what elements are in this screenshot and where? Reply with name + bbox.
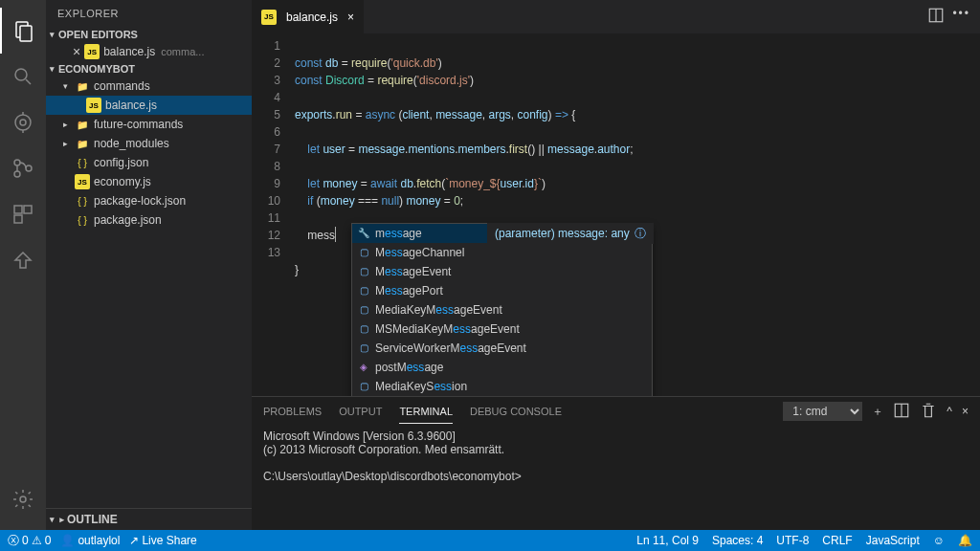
editor-area: JS balance.js × ••• 12345678910111213 co… [252, 0, 980, 530]
close-panel-icon[interactable]: × [962, 405, 969, 418]
trash-icon[interactable] [920, 402, 937, 422]
autocomplete-item[interactable]: ▢MessageEvent [352, 262, 652, 281]
svg-rect-12 [24, 206, 32, 213]
code-editor[interactable]: 12345678910111213 const db = require('qu… [252, 33, 980, 396]
autocomplete-item[interactable]: ▢MediaKeySession [352, 377, 652, 396]
svg-rect-11 [14, 206, 22, 213]
panel-tab-terminal[interactable]: TERMINAL [399, 400, 453, 424]
split-editor-icon[interactable] [927, 7, 945, 27]
new-terminal-icon[interactable]: ＋ [872, 404, 883, 420]
more-icon[interactable]: ••• [952, 7, 970, 27]
svg-point-8 [14, 160, 20, 165]
extensions-icon[interactable] [0, 191, 46, 237]
svg-point-2 [15, 69, 27, 80]
tab-bar: JS balance.js × ••• [252, 0, 980, 33]
status-language[interactable]: JavaScript [866, 534, 920, 547]
svg-point-9 [14, 171, 20, 177]
close-icon[interactable]: × [73, 44, 80, 59]
tree-item[interactable]: ▸📁node_modules [46, 134, 252, 153]
autocomplete-item[interactable]: ◈postMessage [352, 358, 652, 377]
autocomplete-item[interactable]: ▢MSMediaKeyMessageEvent [352, 320, 652, 339]
autocomplete-popup[interactable]: 🔧message▢MessageChannel▢MessageEvent▢Mes… [351, 223, 653, 396]
tree-item[interactable]: JSeconomy.js [46, 172, 252, 191]
svg-rect-13 [14, 215, 22, 223]
status-bell-icon[interactable]: 🔔 [958, 534, 972, 547]
search-icon[interactable] [0, 54, 46, 99]
file-tree: ▾📁commands JSbalance.js ▸📁future-command… [46, 77, 252, 230]
tab-close-icon[interactable]: × [347, 11, 354, 24]
maximize-icon[interactable]: ^ [947, 405, 952, 418]
outline-header[interactable]: ▾ OUTLINE [46, 509, 252, 530]
status-position[interactable]: Ln 11, Col 9 [636, 534, 699, 547]
status-spaces[interactable]: Spaces: 4 [712, 534, 763, 547]
settings-icon[interactable] [0, 476, 46, 522]
terminal-content[interactable]: Microsoft Windows [Version 6.3.9600] (c)… [252, 426, 980, 530]
open-editor-item[interactable]: × JS balance.js comma... [46, 42, 252, 61]
panel-tab-output[interactable]: OUTPUT [339, 400, 382, 423]
status-errors[interactable]: ⓧ 0 ⚠ 0 [8, 533, 51, 549]
js-icon: JS [84, 44, 100, 59]
tree-item[interactable]: { }config.json [46, 153, 252, 172]
sidebar-title: EXPLORER [46, 0, 252, 27]
status-liveshare[interactable]: ↗ Live Share [129, 534, 196, 547]
panel-tab-problems[interactable]: PROBLEMS [263, 400, 322, 423]
status-feedback-icon[interactable]: ☺ [933, 534, 945, 547]
panel-tab-debug-console[interactable]: DEBUG CONSOLE [470, 400, 562, 423]
workspace-header[interactable]: ECONOMYBOT [46, 61, 252, 77]
status-eol[interactable]: CRLF [822, 534, 852, 547]
terminal-panel: PROBLEMSOUTPUTTERMINALDEBUG CONSOLE 1: c… [252, 396, 980, 530]
tree-item[interactable]: { }package.json [46, 210, 252, 230]
autocomplete-item[interactable]: ▢MediaKeyMessageEvent [352, 300, 652, 320]
svg-point-4 [15, 115, 31, 130]
status-user[interactable]: 👤 outlaylol [60, 534, 120, 547]
svg-point-10 [26, 165, 32, 171]
sidebar: EXPLORER OPEN EDITORS × JS balance.js co… [46, 0, 252, 530]
terminal-select[interactable]: 1: cmd [783, 402, 862, 421]
tree-item[interactable]: { }package-lock.json [46, 191, 252, 210]
status-bar: ⓧ 0 ⚠ 0 👤 outlaylol ↗ Live Share Ln 11, … [0, 530, 980, 551]
status-encoding[interactable]: UTF-8 [776, 534, 809, 547]
svg-point-14 [20, 496, 26, 502]
tree-item[interactable]: JSbalance.js [46, 96, 252, 115]
tab-balance[interactable]: JS balance.js × [252, 0, 364, 33]
open-editors-header[interactable]: OPEN EDITORS [46, 27, 252, 42]
activity-bar [0, 0, 46, 530]
autocomplete-detail: (parameter) message: any ⓘ [487, 223, 654, 244]
source-control-icon[interactable] [0, 99, 46, 145]
tree-item[interactable]: ▾📁commands [46, 77, 252, 96]
svg-rect-1 [20, 26, 32, 41]
svg-point-5 [20, 120, 26, 125]
tree-item[interactable]: ▸📁future-commands [46, 115, 252, 134]
debug-icon[interactable] [0, 145, 46, 191]
autocomplete-item[interactable]: ▢ServiceWorkerMessageEvent [352, 339, 652, 358]
explorer-icon[interactable] [0, 8, 46, 54]
minimap[interactable] [927, 33, 980, 396]
live-share-icon[interactable] [0, 237, 46, 283]
js-icon: JS [261, 10, 277, 25]
autocomplete-item[interactable]: ▢MessagePort [352, 281, 652, 300]
autocomplete-item[interactable]: ▢MessageChannel [352, 243, 652, 262]
svg-line-3 [26, 79, 31, 84]
split-terminal-icon[interactable] [893, 402, 910, 422]
